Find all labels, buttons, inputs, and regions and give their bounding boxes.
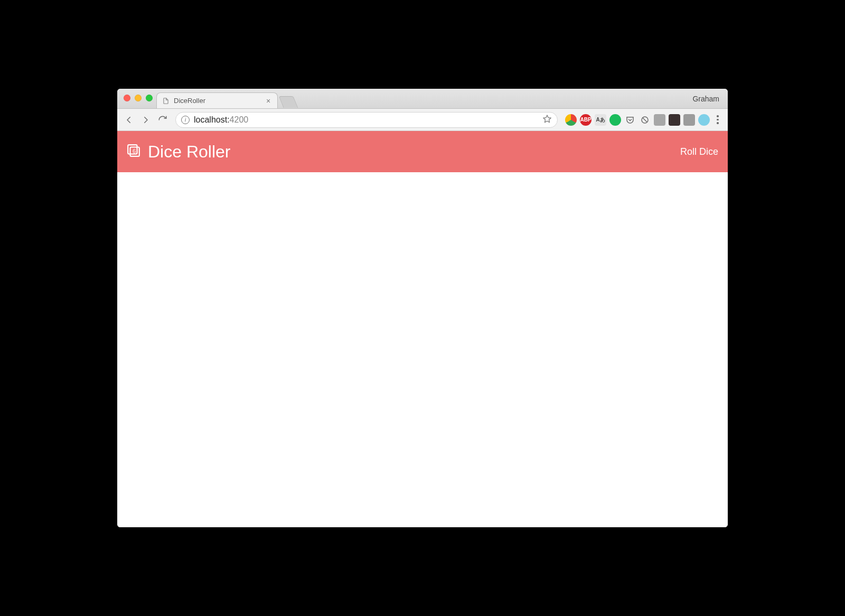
dice-icon: 6 (127, 142, 140, 162)
ext-md[interactable] (683, 114, 695, 126)
svg-marker-0 (543, 115, 551, 123)
browser-menu-button[interactable] (712, 113, 724, 126)
new-tab-button[interactable] (279, 96, 298, 108)
browser-toolbar: i localhost:4200 ABPAあ (117, 109, 728, 131)
url-host: localhost: (194, 115, 230, 124)
tab-title: DiceRoller (174, 97, 260, 105)
maximize-window-button[interactable] (146, 95, 153, 101)
ext-adblock[interactable]: ABP (580, 114, 592, 126)
svg-text:6: 6 (133, 148, 136, 154)
app-body (117, 172, 728, 527)
nav-roll-dice[interactable]: Roll Dice (680, 146, 718, 157)
reload-button[interactable] (155, 113, 170, 127)
ext-green[interactable] (609, 114, 621, 126)
ext-chrome-colorful[interactable] (565, 114, 577, 126)
url-text: localhost:4200 (194, 115, 248, 125)
window-controls (124, 95, 153, 101)
browser-tab[interactable]: DiceRoller × (156, 92, 278, 108)
page-viewport: 6 Dice Roller Roll Dice (117, 131, 728, 527)
close-tab-icon[interactable]: × (265, 97, 272, 105)
profile-name[interactable]: Graham (692, 95, 719, 103)
forward-button[interactable] (138, 113, 153, 127)
site-info-icon[interactable]: i (181, 116, 190, 124)
ext-translate[interactable]: Aあ (595, 114, 606, 126)
ext-pocket[interactable] (624, 114, 636, 126)
app-title-group: 6 Dice Roller (127, 142, 230, 162)
ext-mask[interactable] (669, 114, 680, 126)
minimize-window-button[interactable] (135, 95, 142, 101)
app-title: Dice Roller (148, 142, 230, 162)
browser-window: DiceRoller × Graham i localhost:4200 (117, 89, 728, 527)
close-window-button[interactable] (124, 95, 130, 101)
bookmark-star-icon[interactable] (542, 114, 552, 126)
url-port: 4200 (230, 115, 249, 124)
ext-snowflake[interactable] (698, 114, 710, 126)
ext-sync[interactable] (639, 114, 651, 126)
file-icon (162, 96, 170, 106)
address-bar[interactable]: i localhost:4200 (175, 112, 558, 128)
titlebar: DiceRoller × Graham (117, 89, 728, 109)
ext-greybox[interactable] (654, 114, 665, 126)
extensions-row: ABPAあ (563, 114, 710, 126)
back-button[interactable] (121, 113, 136, 127)
app-header: 6 Dice Roller Roll Dice (117, 131, 728, 172)
